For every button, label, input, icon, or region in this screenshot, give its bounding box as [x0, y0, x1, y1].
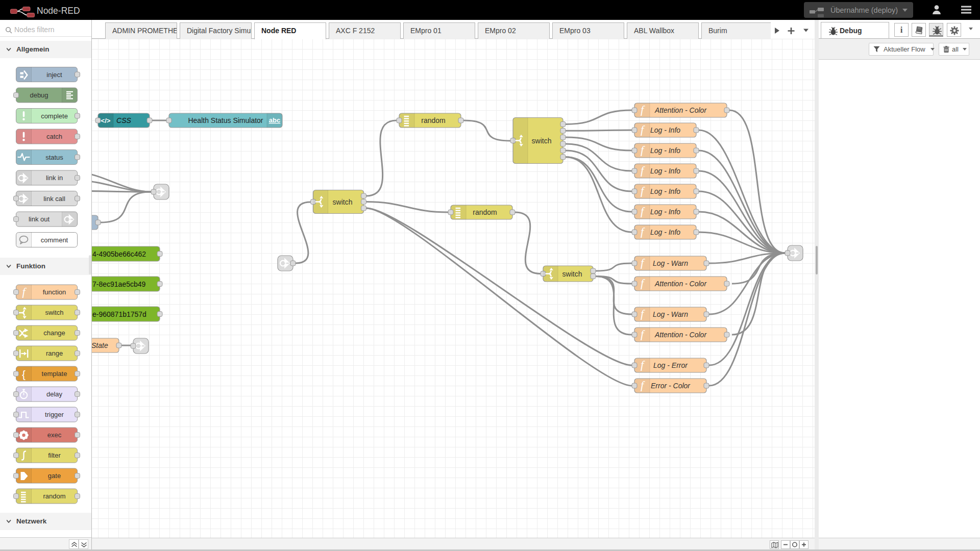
svg-text:link out: link out [29, 215, 50, 223]
svg-text:Log - Error: Log - Error [653, 361, 688, 369]
svg-text:debug: debug [30, 91, 48, 99]
svg-text:{: { [22, 368, 26, 380]
svg-text:abc: abc [269, 116, 280, 124]
svg-text:template: template [42, 370, 67, 378]
svg-text:switch: switch [45, 309, 63, 316]
svg-text:catch: catch [46, 133, 62, 140]
svg-text:Attention - Color: Attention - Color [654, 331, 707, 339]
svg-text:comment: comment [41, 236, 68, 244]
svg-text:status: status [45, 154, 63, 161]
svg-text:Attention - Color: Attention - Color [654, 106, 707, 114]
svg-text:7-8ec91ae5cb49: 7-8ec91ae5cb49 [92, 280, 146, 288]
svg-text:change: change [43, 329, 65, 337]
svg-text:gate: gate [48, 472, 61, 480]
svg-text:Log - Info: Log - Info [650, 228, 680, 236]
svg-text:4-4905be66c462: 4-4905be66c462 [92, 250, 146, 258]
svg-text:Log - Warn: Log - Warn [653, 259, 688, 267]
svg-text:Log - Info: Log - Info [650, 146, 680, 155]
svg-text:switch: switch [532, 137, 552, 145]
svg-text:Log - Info: Log - Info [650, 208, 680, 216]
svg-text:Error - Color: Error - Color [651, 382, 691, 390]
svg-text:delay: delay [46, 390, 63, 398]
svg-text:Log - Info: Log - Info [650, 126, 680, 134]
svg-text:Attention - Color: Attention - Color [654, 280, 707, 288]
svg-text:link call: link call [43, 195, 65, 203]
svg-text:complete: complete [41, 112, 68, 120]
svg-text:trigger: trigger [45, 411, 64, 418]
svg-text:function: function [43, 288, 66, 296]
svg-text:Log - Info: Log - Info [650, 187, 680, 195]
svg-text:Node-RED: Node-RED [37, 6, 80, 16]
svg-text:e-960871b1757d: e-960871b1757d [92, 310, 146, 318]
svg-text:range: range [46, 349, 63, 357]
svg-text:filter: filter [48, 452, 61, 459]
svg-text:random: random [421, 116, 445, 124]
svg-text:State: State [92, 341, 108, 349]
svg-text:link in: link in [46, 174, 63, 182]
svg-text:Log - Warn: Log - Warn [653, 310, 688, 318]
svg-text:Log - Info: Log - Info [650, 167, 680, 175]
svg-text:inject: inject [46, 71, 62, 79]
svg-text:Health Status Simulator: Health Status Simulator [188, 116, 263, 124]
svg-text:random: random [43, 492, 65, 500]
svg-text:switch: switch [333, 198, 353, 206]
svg-text:</>: </> [101, 117, 111, 124]
svg-text:CSS: CSS [116, 116, 131, 124]
svg-text:switch: switch [562, 270, 582, 278]
svg-text:random: random [473, 208, 497, 216]
svg-text:exec: exec [47, 431, 62, 439]
